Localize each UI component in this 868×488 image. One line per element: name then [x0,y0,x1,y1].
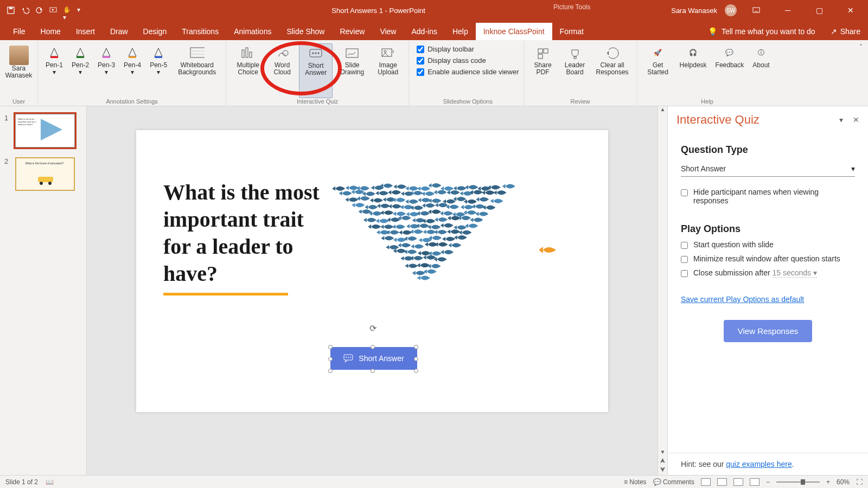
reading-view-icon[interactable] [733,478,743,486]
spellcheck-icon[interactable]: 📖 [46,478,54,486]
tab-transitions[interactable]: Transitions [174,23,226,40]
short-answer-button[interactable]: Short Answer [299,43,333,98]
next-slide-icon[interactable]: ⮟ [660,466,666,475]
leader-board-button[interactable]: Leader Board [560,43,590,98]
tab-file[interactable]: File [5,23,33,40]
tab-design[interactable]: Design [136,23,175,40]
slide-question-text[interactable]: What is the most important trait for a l… [163,179,326,287]
view-responses-button[interactable]: View Responses [724,320,812,342]
resize-handle[interactable] [371,345,375,349]
panel-options-icon[interactable]: ▾ [839,115,843,124]
pen-1-button[interactable]: Pen-1▾ [42,43,66,98]
scroll-down-icon[interactable]: ▼ [660,449,666,458]
tab-format[interactable]: Format [552,23,591,40]
display-toolbar-checkbox[interactable]: Display toolbar [417,43,474,55]
vertical-scrollbar[interactable]: ▲ ▼ ⮝ ⮟ [658,106,667,475]
fit-to-window-icon[interactable]: ⛶ [856,478,863,486]
resize-handle[interactable] [414,357,418,361]
close-button[interactable]: ✕ [839,0,863,21]
question-type-heading: Question Type [681,144,855,156]
resize-handle[interactable] [371,369,375,373]
tab-view[interactable]: View [372,23,404,40]
ribbon-display-options-icon[interactable] [744,0,768,21]
account-avatar[interactable]: SW [725,4,737,16]
about-button[interactable]: ⓘAbout [749,43,773,98]
image-upload-button[interactable]: Image Upload [372,43,404,98]
hide-names-checkbox[interactable]: Hide participant names when viewing resp… [681,188,855,205]
thumbnail-slide-1[interactable]: 1 What is the most important trait for a… [4,114,82,147]
zoom-out-icon[interactable]: − [766,478,770,486]
slide-counter[interactable]: Slide 1 of 2 [5,478,38,486]
minimize-button[interactable]: ─ [776,0,800,21]
save-options-link[interactable]: Save current Play Options as default [681,295,804,304]
tab-slideshow[interactable]: Slide Show [279,23,332,40]
close-submission-checkbox[interactable]: Close submission after 15 seconds ▾ [681,268,855,278]
tab-addins[interactable]: Add-ins [404,23,444,40]
minimize-result-checkbox[interactable]: Minimize result window after question st… [681,254,855,263]
account-name[interactable]: Sara Wanasek [671,7,717,15]
context-tab-label[interactable]: Picture Tools [553,3,590,11]
touch-mode-icon[interactable]: ✋▾ [63,6,72,15]
resize-handle[interactable] [414,345,418,349]
collapse-ribbon-icon[interactable]: ˅ [859,43,863,51]
resize-handle[interactable] [328,369,333,373]
tab-animations[interactable]: Animations [226,23,279,40]
normal-view-icon[interactable] [701,478,711,486]
question-type-select[interactable]: Short Answer ▾ [681,161,855,177]
slide-thumbnails-pane[interactable]: 1 What is the most important trait for a… [0,106,87,475]
enable-audience-viewer-checkbox[interactable]: Enable audience slide viewer [417,66,519,78]
zoom-level[interactable]: 60% [837,478,850,486]
start-with-slide-checkbox[interactable]: Start question with slide [681,240,855,249]
resize-handle[interactable] [328,357,333,361]
helpdesk-button[interactable]: 🎧Helpdesk [676,43,710,98]
prev-slide-icon[interactable]: ⮝ [660,458,666,466]
share-pdf-button[interactable]: Share PDF [528,43,558,98]
svg-rect-25 [544,49,548,53]
rotate-handle[interactable]: ⟳ [369,323,378,332]
zoom-slider[interactable] [776,481,820,483]
user-profile-button[interactable]: Sara Wanasek [1,43,37,98]
get-started-button[interactable]: 🚀Get Started [642,43,674,98]
tab-insert[interactable]: Insert [68,23,103,40]
tell-me-search[interactable]: 💡 Tell me what you want to do [700,23,823,40]
slide-drawing-button[interactable]: Slide Drawing [335,43,369,98]
pen-2-button[interactable]: Pen-2▾ [68,43,92,98]
share-button[interactable]: ↗ Share [823,23,868,40]
whiteboard-backgrounds-button[interactable]: Whiteboard Backgrounds [173,43,221,98]
thumbnail-slide-2[interactable]: 2 What is the future of education? [4,157,82,191]
fish-school-image[interactable] [331,174,576,352]
panel-close-icon[interactable]: ✕ [853,115,859,124]
redo-icon[interactable] [35,6,43,15]
slide-sorter-view-icon[interactable] [717,478,727,486]
close-seconds-select[interactable]: 15 seconds ▾ [773,268,818,278]
tab-home[interactable]: Home [33,23,68,40]
tab-review[interactable]: Review [332,23,372,40]
scroll-up-icon[interactable]: ▲ [660,106,666,115]
undo-icon[interactable] [21,6,29,15]
save-icon[interactable] [7,6,15,15]
notes-toggle[interactable]: ≡ Notes [624,478,647,486]
pen-5-button[interactable]: Pen-5▾ [146,43,170,98]
tab-inknoe-classpoint[interactable]: Inknoe ClassPoint [476,23,552,40]
tab-help[interactable]: Help [445,23,476,40]
multiple-choice-button[interactable]: Multiple Choice [231,43,265,98]
zoom-in-icon[interactable]: + [826,478,830,486]
feedback-button[interactable]: 💬Feedback [712,43,748,98]
pen-3-button[interactable]: Pen-3▾ [94,43,118,98]
customize-qat-icon[interactable]: ▾ [77,6,86,15]
comments-toggle[interactable]: 💬 Comments [653,478,694,486]
resize-handle[interactable] [328,345,333,349]
clear-all-responses-button[interactable]: Clear all Responses [592,43,633,98]
maximize-button[interactable]: ▢ [807,0,831,21]
quiz-examples-link[interactable]: quiz examples here [726,460,792,468]
tab-draw[interactable]: Draw [103,23,136,40]
display-class-code-checkbox[interactable]: Display class code [417,55,486,66]
word-cloud-button[interactable]: Word Cloud [267,43,297,98]
slideshow-view-icon[interactable] [750,478,760,486]
start-from-beginning-icon[interactable] [49,6,58,15]
resize-handle[interactable] [414,369,418,373]
pen-4-button[interactable]: Pen-4▾ [120,43,144,98]
slide-editor[interactable]: What is the most important trait for a l… [87,106,658,475]
short-answer-object[interactable]: Short Answer [330,347,417,370]
slide-canvas[interactable]: What is the most important trait for a l… [136,130,608,412]
